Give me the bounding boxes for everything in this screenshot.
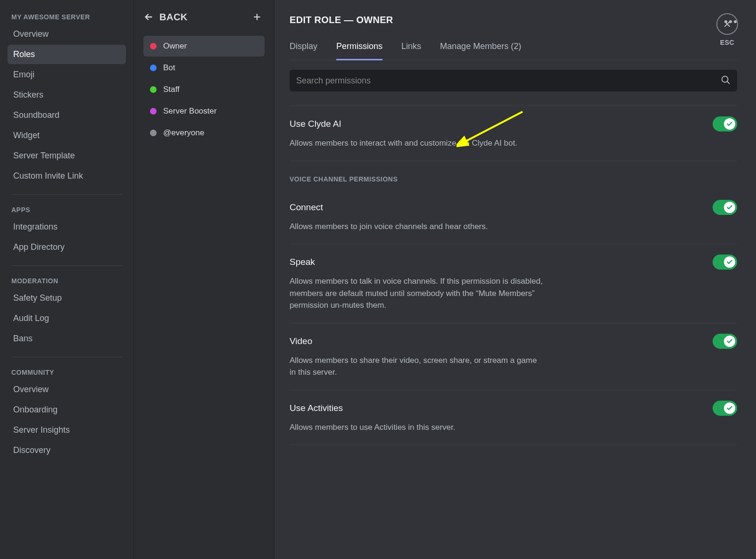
close-container: ESC	[716, 13, 738, 46]
permission-toggle[interactable]	[713, 401, 737, 416]
check-icon	[724, 336, 735, 347]
role-item-staff[interactable]: Staff	[143, 79, 265, 100]
main-content: EDIT ROLE — OWNER Display Permissions Li…	[274, 0, 756, 559]
nav-overview[interactable]: Overview	[8, 25, 126, 44]
section-header-moderation: MODERATION	[11, 277, 122, 285]
back-label: BACK	[159, 12, 188, 23]
role-item-owner[interactable]: Owner	[143, 36, 265, 57]
permission-desc: Allows members to interact with and cust…	[290, 137, 544, 149]
role-color-dot	[150, 108, 157, 115]
add-role-button[interactable]	[249, 9, 265, 25]
permission-toggle[interactable]	[713, 116, 737, 132]
permission-title: Video	[290, 336, 312, 346]
check-icon	[724, 118, 735, 130]
nav-bans[interactable]: Bans	[8, 329, 126, 348]
nav-emoji[interactable]: Emoji	[8, 65, 126, 84]
tabs: Display Permissions Links Manage Members…	[290, 36, 737, 60]
check-icon	[724, 256, 735, 268]
nav-integrations[interactable]: Integrations	[8, 217, 126, 237]
role-label: Owner	[163, 41, 187, 51]
nav-server-insights[interactable]: Server Insights	[8, 420, 126, 440]
role-color-dot	[150, 130, 157, 136]
tab-links[interactable]: Links	[401, 36, 421, 60]
tab-permissions[interactable]: Permissions	[336, 36, 382, 60]
permission-toggle[interactable]	[713, 255, 737, 270]
search-permissions-box[interactable]	[290, 70, 737, 91]
nav-onboarding[interactable]: Onboarding	[8, 400, 126, 419]
roles-column: BACK Owner Bot Staff Server Booster @eve…	[133, 0, 274, 559]
role-item-everyone[interactable]: @everyone	[143, 123, 265, 143]
permission-title: Use Clyde AI	[290, 119, 341, 129]
permission-row: Connect Allows members to join voice cha…	[290, 189, 737, 245]
permission-desc: Allows members to join voice channels an…	[290, 221, 544, 233]
permission-row: Use Clyde AI Allows members to interact …	[290, 106, 737, 161]
permission-row: Speak Allows members to talk in voice ch…	[290, 244, 737, 323]
nav-comm-overview[interactable]: Overview	[8, 380, 126, 399]
close-button[interactable]	[716, 13, 738, 35]
section-header-server: MY AWESOME SERVER	[11, 13, 122, 21]
nav-server-template[interactable]: Server Template	[8, 146, 126, 165]
divider	[11, 265, 122, 266]
permission-toggle[interactable]	[713, 334, 737, 349]
tab-display[interactable]: Display	[290, 36, 317, 60]
permission-row: Video Allows members to share their vide…	[290, 323, 737, 390]
divider	[11, 357, 122, 357]
nav-soundboard[interactable]: Soundboard	[8, 106, 126, 125]
check-icon	[724, 403, 735, 414]
nav-discovery[interactable]: Discovery	[8, 441, 126, 460]
role-label: Bot	[163, 63, 175, 73]
permission-desc: Allows members to share their video, scr…	[290, 354, 544, 378]
role-item-bot[interactable]: Bot	[143, 58, 265, 78]
nav-custom-invite[interactable]: Custom Invite Link	[8, 166, 126, 186]
page-title: EDIT ROLE — OWNER	[290, 15, 393, 25]
plus-icon	[252, 12, 262, 22]
permission-title: Connect	[290, 202, 323, 213]
check-icon	[724, 202, 735, 213]
divider	[11, 194, 122, 195]
voice-section-header: VOICE CHANNEL PERMISSIONS	[290, 175, 737, 183]
arrow-left-icon	[143, 12, 154, 22]
permission-toggle[interactable]	[713, 200, 737, 215]
permission-desc: Allows members to use Activities in this…	[290, 421, 544, 434]
role-color-dot	[150, 86, 157, 93]
role-label: Staff	[163, 85, 180, 94]
section-header-apps: APPS	[11, 206, 122, 214]
role-color-dot	[150, 43, 157, 49]
nav-roles[interactable]: Roles	[8, 45, 126, 64]
permission-title: Use Activities	[290, 403, 343, 413]
search-input[interactable]	[296, 76, 720, 86]
section-header-community: COMMUNITY	[11, 369, 122, 376]
close-label: ESC	[720, 39, 734, 46]
back-button[interactable]: BACK	[143, 12, 188, 23]
nav-widget[interactable]: Widget	[8, 126, 126, 145]
role-item-server-booster[interactable]: Server Booster	[143, 101, 265, 122]
role-label: @everyone	[163, 128, 204, 138]
nav-stickers[interactable]: Stickers	[8, 85, 126, 105]
role-label: Server Booster	[163, 107, 216, 116]
tab-manage-members[interactable]: Manage Members (2)	[440, 36, 521, 60]
role-color-dot	[150, 65, 157, 71]
permission-row: Use Activities Allows members to use Act…	[290, 390, 737, 445]
permission-title: Speak	[290, 257, 315, 267]
close-icon	[723, 19, 732, 29]
nav-app-directory[interactable]: App Directory	[8, 238, 126, 257]
nav-audit-log[interactable]: Audit Log	[8, 309, 126, 328]
permission-desc: Allows members to talk in voice channels…	[290, 275, 544, 312]
nav-safety-setup[interactable]: Safety Setup	[8, 288, 126, 308]
settings-sidebar: MY AWESOME SERVER Overview Roles Emoji S…	[0, 0, 133, 559]
search-icon	[720, 74, 731, 87]
